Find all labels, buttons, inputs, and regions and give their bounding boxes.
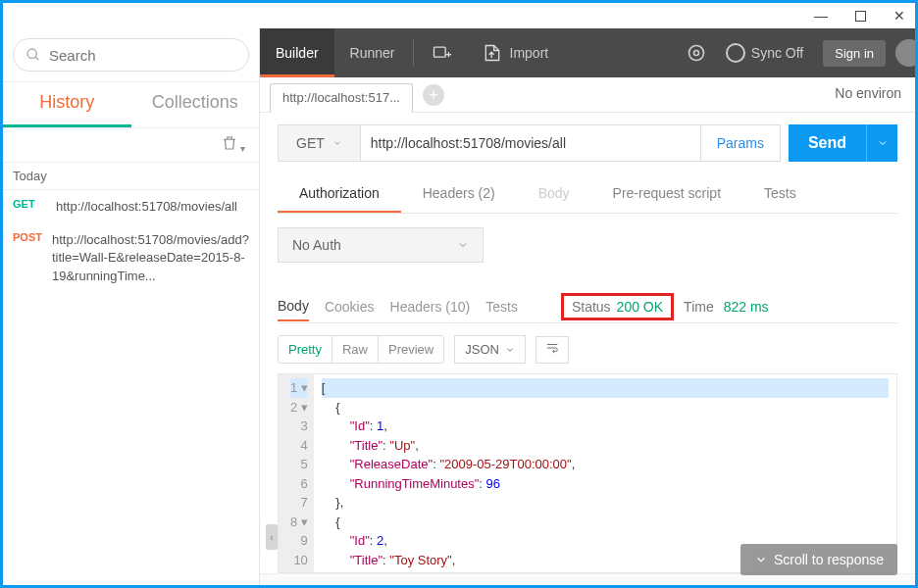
- status-box: Status 200 OK: [561, 293, 674, 320]
- chevron-down-icon: [457, 239, 469, 251]
- view-preview[interactable]: Preview: [378, 336, 443, 363]
- sync-button[interactable]: Sync Off: [716, 43, 813, 63]
- window-controls: — ✕: [3, 3, 915, 28]
- interceptor-button[interactable]: [677, 43, 716, 63]
- import-icon: [483, 43, 502, 63]
- view-mode-group: Pretty Raw Preview: [278, 335, 444, 364]
- topbar: Builder Runner Import Sync Off Sign in: [260, 28, 915, 77]
- format-selector[interactable]: JSON: [454, 335, 526, 364]
- send-button[interactable]: Send: [789, 124, 866, 162]
- satellite-icon: [687, 43, 706, 63]
- subtab-prerequest[interactable]: Pre-request script: [591, 175, 742, 213]
- window-add-icon: [432, 43, 451, 63]
- search-icon: [26, 47, 41, 63]
- add-tab-button[interactable]: +: [423, 84, 444, 106]
- subtab-body[interactable]: Body: [517, 175, 591, 213]
- sidebar: History Collections ▾ Today GEThttp://lo…: [3, 28, 260, 585]
- svg-line-1: [35, 57, 38, 60]
- user-avatar[interactable]: [895, 39, 918, 67]
- signin-button[interactable]: Sign in: [823, 40, 886, 67]
- history-url: http://localhost:51708/movies/add?title=…: [52, 231, 249, 285]
- linewrap-icon: [544, 341, 560, 355]
- send-dropdown[interactable]: [866, 124, 897, 162]
- close-button[interactable]: ✕: [893, 8, 905, 24]
- environment-selector[interactable]: No environ: [835, 85, 901, 101]
- status-label: Status: [572, 299, 611, 315]
- url-input[interactable]: [360, 124, 701, 162]
- subtab-headers[interactable]: Headers (2): [401, 175, 517, 213]
- search-box[interactable]: [13, 38, 249, 72]
- subtab-authorization[interactable]: Authorization: [278, 175, 401, 213]
- resp-tab-tests[interactable]: Tests: [485, 293, 518, 320]
- linewrap-button[interactable]: [536, 336, 569, 364]
- time-value: 822 ms: [724, 299, 769, 315]
- params-button[interactable]: Params: [701, 124, 781, 162]
- main-area: Builder Runner Import Sync Off Sign in h…: [260, 28, 915, 585]
- chevron-down-icon: [332, 138, 342, 148]
- runner-tab[interactable]: Runner: [334, 28, 411, 77]
- request-tabs: http://localhost:517... + No environ: [260, 77, 915, 113]
- history-method: POST: [13, 231, 42, 285]
- scroll-to-response-button[interactable]: Scroll to response: [740, 544, 897, 575]
- search-input[interactable]: [49, 47, 236, 64]
- svg-point-6: [693, 51, 698, 56]
- status-value: 200 OK: [617, 299, 663, 315]
- history-url: http://localhost:51708/movies/all: [56, 198, 237, 216]
- new-window-button[interactable]: [416, 28, 467, 77]
- clear-history-button[interactable]: ▾: [221, 134, 245, 156]
- chevron-down-icon: [877, 137, 889, 149]
- auth-type-selector[interactable]: No Auth: [278, 227, 484, 263]
- trash-icon: [221, 134, 238, 152]
- http-method-selector[interactable]: GET: [278, 124, 360, 162]
- view-raw[interactable]: Raw: [332, 336, 378, 363]
- chevron-down-icon: [754, 553, 768, 566]
- builder-tab[interactable]: Builder: [260, 28, 334, 77]
- history-item[interactable]: POSThttp://localhost:51708/movies/add?ti…: [3, 223, 259, 293]
- svg-point-5: [688, 46, 703, 61]
- subtab-tests[interactable]: Tests: [742, 175, 818, 213]
- history-group-today: Today: [3, 162, 259, 190]
- history-item[interactable]: GEThttp://localhost:51708/movies/all: [3, 190, 259, 223]
- view-pretty[interactable]: Pretty: [279, 336, 332, 363]
- svg-rect-2: [434, 47, 445, 57]
- tab-history[interactable]: History: [3, 82, 131, 127]
- import-button[interactable]: Import: [467, 28, 565, 77]
- time-label: Time: [684, 299, 714, 315]
- sidebar-tabs: History Collections: [3, 81, 259, 128]
- svg-point-0: [27, 49, 36, 58]
- minimize-button[interactable]: —: [814, 8, 828, 24]
- history-method: GET: [13, 198, 46, 216]
- request-tab[interactable]: http://localhost:517...: [270, 83, 413, 113]
- sync-icon: [726, 43, 745, 63]
- response-tabs: Body Cookies Headers (10) Tests Status 2…: [278, 290, 897, 323]
- chevron-down-icon: [505, 345, 515, 355]
- request-subtabs: Authorization Headers (2) Body Pre-reque…: [278, 175, 897, 214]
- maximize-button[interactable]: [855, 11, 866, 22]
- resp-tab-cookies[interactable]: Cookies: [325, 293, 375, 320]
- collapse-sidebar-button[interactable]: ‹: [266, 524, 278, 550]
- tab-collections[interactable]: Collections: [131, 82, 260, 127]
- resp-tab-body[interactable]: Body: [278, 292, 309, 321]
- resp-tab-headers[interactable]: Headers (10): [390, 293, 471, 320]
